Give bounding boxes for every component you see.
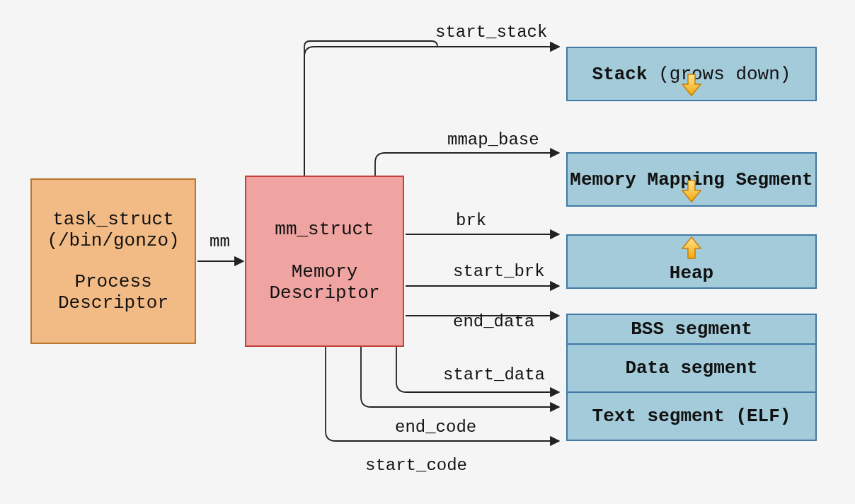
segment-bss-title: BSS segment	[568, 320, 815, 338]
mm-struct-desc-2: Descriptor	[269, 282, 379, 304]
diagram-stage: task_struct (/bin/gonzo) Process Descrip…	[0, 0, 855, 504]
label-start-data: start_data	[443, 365, 545, 384]
task-struct-desc-1: Process	[74, 271, 151, 292]
segment-bss: BSS segment	[566, 314, 817, 345]
label-start-code: start_code	[365, 456, 467, 475]
mm-struct-box: mm_struct Memory Descriptor	[245, 176, 404, 347]
label-mm: mm	[210, 232, 230, 251]
arrow-up-icon	[681, 236, 702, 260]
segment-data: Data segment	[566, 345, 817, 393]
segment-text-title: Text segment (ELF)	[568, 407, 815, 425]
mm-struct-name: mm_struct	[275, 219, 374, 240]
label-brk: brk	[456, 211, 486, 230]
label-end-data: end_data	[453, 312, 534, 331]
segment-text: Text segment (ELF)	[566, 393, 817, 441]
task-struct-desc-2: Descriptor	[58, 292, 168, 314]
segment-heap-title: Heap	[568, 264, 815, 282]
label-start-brk: start_brk	[453, 262, 545, 281]
task-struct-box: task_struct (/bin/gonzo) Process Descrip…	[30, 178, 196, 344]
arrow-down-icon	[681, 73, 702, 97]
task-struct-binary: (/bin/gonzo)	[47, 230, 179, 251]
arrow-down-icon	[681, 179, 702, 203]
segment-data-title: Data segment	[568, 359, 815, 377]
label-mmap-base: mmap_base	[447, 130, 539, 149]
label-end-code: end_code	[395, 418, 476, 437]
mm-struct-desc-1: Memory	[292, 261, 358, 282]
segment-stack-title-rest: (grows down)	[648, 64, 791, 85]
task-struct-name: task_struct	[52, 209, 174, 230]
segment-stack-title-bold: Stack	[592, 64, 648, 85]
label-start-stack: start_stack	[435, 23, 547, 42]
